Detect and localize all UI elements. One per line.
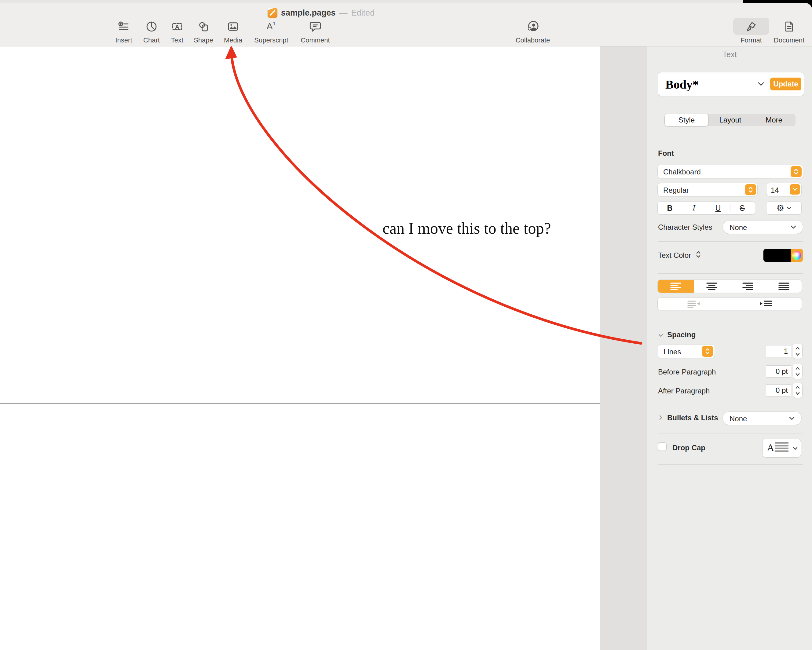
superscript-icon: A 1: [264, 20, 278, 34]
spacing-mode-select[interactable]: Lines: [658, 345, 714, 358]
pages-window: sample.pages — Edited Insert: [0, 3, 812, 650]
update-style-button[interactable]: Update: [770, 78, 801, 90]
line-spacing-stepper[interactable]: [793, 344, 802, 359]
divider: [658, 433, 803, 433]
toolbar-button-superscript[interactable]: A 1 Superscript: [248, 20, 294, 45]
paragraph-style-card[interactable]: Body* Update: [658, 72, 804, 96]
red-annotation-arrow[interactable]: [0, 46, 647, 650]
separator: [730, 300, 730, 308]
decrease-indent-button[interactable]: [658, 298, 730, 310]
drop-cap-label: Drop Cap: [672, 444, 705, 452]
strikethrough-button[interactable]: S: [730, 201, 754, 214]
up-down-chevrons-icon[interactable]: [696, 250, 701, 258]
divider: [658, 273, 803, 274]
collaborate-icon: [526, 20, 539, 34]
font-typeface-value: Regular: [663, 186, 689, 195]
divider: [647, 65, 812, 65]
font-style-group: B I U S: [658, 201, 755, 214]
before-paragraph-field[interactable]: 0 pt: [766, 365, 791, 378]
after-paragraph-stepper[interactable]: [793, 383, 802, 398]
align-center-button[interactable]: [694, 280, 730, 293]
chart-icon: [145, 20, 158, 34]
character-styles-select[interactable]: None: [723, 221, 803, 233]
inspector-header: Text: [647, 50, 812, 59]
before-paragraph-stepper[interactable]: [793, 364, 802, 379]
divider: [658, 464, 803, 465]
svg-text:1: 1: [273, 21, 276, 26]
tab-separator: [752, 116, 752, 124]
shape-icon: [197, 20, 210, 34]
comment-icon: [309, 20, 322, 34]
document-body-text[interactable]: can I move this to the top?: [383, 219, 551, 237]
color-picker-button[interactable]: [791, 249, 803, 262]
character-styles-value: None: [730, 223, 747, 232]
alignment-group: [658, 280, 801, 293]
font-size-value: 14: [771, 186, 779, 195]
stepper-icon[interactable]: [791, 166, 801, 177]
format-brush-icon: [745, 20, 758, 34]
separator: [682, 204, 682, 212]
font-typeface-select[interactable]: Regular: [658, 183, 757, 196]
tab-style[interactable]: Style: [665, 114, 708, 126]
chevron-down-icon: [787, 206, 792, 210]
font-size-select[interactable]: 14: [766, 183, 801, 196]
inspector-tabs: Style Layout More: [665, 114, 795, 126]
toolbar-button-document[interactable]: Document: [766, 20, 812, 45]
align-left-button[interactable]: [658, 280, 694, 293]
document-icon: [783, 20, 795, 34]
title-dash: —: [339, 8, 348, 18]
text-color-well[interactable]: [763, 249, 803, 262]
divider: [658, 241, 803, 242]
chevron-down-icon[interactable]: [756, 81, 766, 87]
chevron-down-icon: [792, 447, 798, 450]
indent-group: [658, 298, 801, 310]
pages-document-icon: [268, 8, 278, 18]
document-canvas[interactable]: can I move this to the top?: [0, 46, 647, 650]
bold-button[interactable]: B: [658, 201, 682, 214]
svg-text:A: A: [175, 23, 179, 30]
font-family-value: Chalkboard: [663, 168, 701, 176]
drop-cap-style-button[interactable]: A: [763, 439, 801, 457]
stepper-icon[interactable]: [745, 184, 756, 195]
drop-cap-preview-letter: A: [767, 442, 774, 453]
chevron-down-icon[interactable]: [790, 184, 800, 195]
insert-icon: [117, 20, 130, 34]
italic-button[interactable]: I: [682, 201, 706, 214]
line-spacing-field[interactable]: 1: [766, 345, 791, 357]
underline-button[interactable]: U: [706, 201, 730, 214]
toolbar-button-comment[interactable]: Comment: [292, 20, 338, 45]
current-color-swatch[interactable]: [763, 249, 791, 262]
text-icon: A: [171, 20, 183, 34]
drop-cap-checkbox[interactable]: [658, 442, 667, 451]
font-section-label: Font: [658, 149, 674, 158]
character-styles-label: Character Styles: [658, 223, 712, 232]
chevron-down-icon: [789, 417, 795, 421]
after-paragraph-field[interactable]: 0 pt: [766, 384, 791, 397]
format-inspector-sidebar: Text Body* Update Style Layout More Font…: [647, 46, 812, 650]
edited-status: Edited: [351, 8, 375, 18]
media-icon: [227, 20, 240, 34]
bullets-lists-select[interactable]: None: [723, 412, 801, 425]
increase-indent-button[interactable]: [730, 298, 801, 310]
tab-layout[interactable]: Layout: [708, 114, 752, 126]
font-family-select[interactable]: Chalkboard: [658, 165, 803, 178]
before-paragraph-label: Before Paragraph: [658, 368, 716, 376]
svg-text:A: A: [267, 21, 273, 31]
spacing-disclosure-icon[interactable]: [658, 334, 664, 337]
desktop-background: sample.pages — Edited Insert: [0, 0, 812, 650]
advanced-options-button[interactable]: ⚙: [766, 201, 801, 214]
bullets-lists-label: Bullets & Lists: [667, 413, 718, 422]
document-title: sample.pages: [281, 8, 336, 18]
text-color-label: Text Color: [658, 251, 691, 259]
color-wheel-icon: [792, 251, 801, 260]
bullets-disclosure-icon[interactable]: [659, 415, 662, 420]
align-justify-button[interactable]: [766, 280, 802, 293]
window-title-group: sample.pages — Edited: [268, 7, 374, 19]
align-right-button[interactable]: [730, 280, 766, 293]
bullets-lists-value: None: [730, 415, 747, 423]
toolbar-button-collaborate[interactable]: Collaborate: [510, 20, 556, 45]
tab-more[interactable]: More: [752, 114, 796, 126]
separator: [730, 282, 730, 290]
spacing-mode-value: Lines: [664, 348, 681, 356]
stepper-icon[interactable]: [702, 346, 713, 357]
